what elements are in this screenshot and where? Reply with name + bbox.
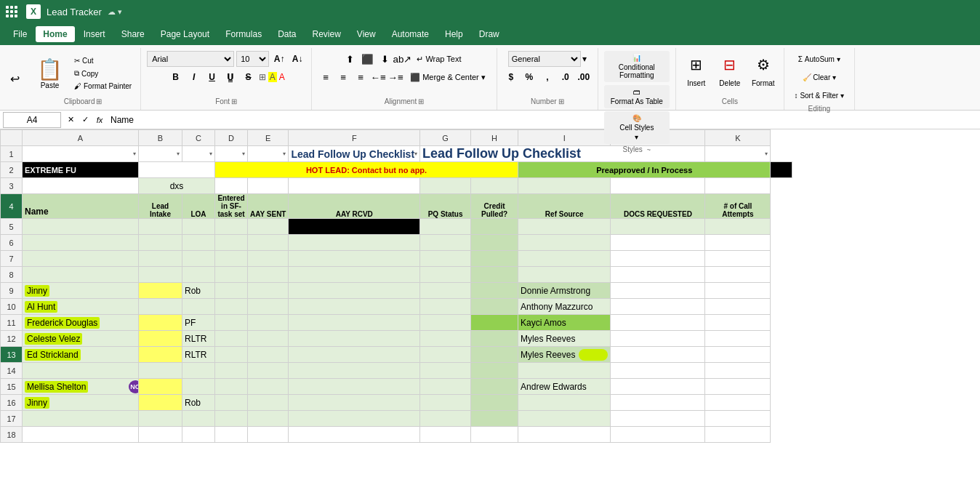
cell-J14[interactable] xyxy=(611,363,705,379)
bold-button[interactable]: B xyxy=(168,69,184,85)
cell-F3[interactable] xyxy=(289,178,420,194)
cell-G6[interactable] xyxy=(420,235,471,251)
cell-A9[interactable]: Jinny xyxy=(23,283,139,299)
cell-K2[interactable] xyxy=(771,162,792,178)
cell-A14[interactable] xyxy=(23,363,139,379)
cell-B9[interactable] xyxy=(139,283,182,299)
cell-F1[interactable]: Lead Follow Up Checklist ▾ xyxy=(289,146,420,162)
col-header-K[interactable]: K xyxy=(705,130,771,146)
cell-B8[interactable] xyxy=(139,267,182,283)
cell-J12[interactable] xyxy=(611,331,705,347)
cell-J9[interactable] xyxy=(611,283,705,299)
strikethrough-button[interactable]: S xyxy=(241,69,257,85)
cell-F9[interactable] xyxy=(289,283,420,299)
cell-E13[interactable] xyxy=(248,347,289,363)
cell-C17[interactable] xyxy=(182,411,215,427)
menu-share[interactable]: Share xyxy=(114,26,152,42)
cell-H7[interactable] xyxy=(471,251,518,267)
cell-K4[interactable]: # of Call Attempts xyxy=(705,194,771,219)
cell-H11[interactable] xyxy=(471,315,518,331)
cell-C9[interactable]: Rob xyxy=(182,283,215,299)
cell-G1-merged[interactable]: Lead Follow Up Checklist xyxy=(420,146,705,162)
cut-button[interactable]: ✂ Cut xyxy=(71,55,134,66)
alignment-expand-icon[interactable]: ⊞ xyxy=(418,97,424,105)
cell-A7[interactable] xyxy=(23,251,139,267)
cell-C7[interactable] xyxy=(182,251,215,267)
cell-J10[interactable] xyxy=(611,299,705,315)
cell-B18[interactable] xyxy=(139,427,182,443)
format-button[interactable]: Format xyxy=(749,75,778,91)
cell-C15[interactable] xyxy=(182,379,215,395)
cell-A10[interactable]: Al Hunt xyxy=(23,299,139,315)
cell-I10[interactable]: Anthony Mazzurco xyxy=(518,299,611,315)
format-as-table-button[interactable]: 🗃 Format As Table xyxy=(604,85,670,108)
cell-B1[interactable]: ▾ xyxy=(139,146,182,162)
increase-indent-button[interactable]: →≡ xyxy=(387,69,403,85)
cell-H18[interactable] xyxy=(471,427,518,443)
cell-F7[interactable] xyxy=(289,251,420,267)
cell-I5[interactable] xyxy=(518,219,611,235)
cell-D15[interactable] xyxy=(215,379,248,395)
cell-G11[interactable] xyxy=(420,315,471,331)
font-expand-icon[interactable]: ⊞ xyxy=(231,97,237,105)
cell-G3[interactable] xyxy=(420,178,471,194)
cell-K7[interactable] xyxy=(705,251,771,267)
cell-K1[interactable]: ▾ xyxy=(705,146,771,162)
cell-G9[interactable] xyxy=(420,283,471,299)
cell-H16[interactable] xyxy=(471,395,518,411)
cell-B7[interactable] xyxy=(139,251,182,267)
cell-C4[interactable]: LOA xyxy=(182,194,215,219)
cell-E11[interactable] xyxy=(248,315,289,331)
cell-H4[interactable]: Credit Pulled? xyxy=(471,194,518,219)
align-left-button[interactable]: ≡ xyxy=(318,69,334,85)
menu-insert[interactable]: Insert xyxy=(76,26,113,42)
cell-B3[interactable]: dxs xyxy=(139,178,215,194)
cell-E2-merged[interactable]: HOT LEAD: Contact but no app. xyxy=(215,162,518,178)
cell-A3[interactable] xyxy=(23,178,139,194)
cell-D9[interactable] xyxy=(215,283,248,299)
cell-E1[interactable]: ▾ xyxy=(248,146,289,162)
cell-G7[interactable] xyxy=(420,251,471,267)
cell-A1[interactable]: ▾ xyxy=(23,146,139,162)
name-box[interactable] xyxy=(3,112,61,128)
cell-H10[interactable] xyxy=(471,299,518,315)
cell-I8[interactable] xyxy=(518,267,611,283)
decrease-indent-button[interactable]: ←≡ xyxy=(370,69,386,85)
cell-F11[interactable] xyxy=(289,315,420,331)
cell-I3[interactable] xyxy=(518,178,611,194)
menu-formulas[interactable]: Formulas xyxy=(218,26,269,42)
cell-E18[interactable] xyxy=(248,427,289,443)
cell-G14[interactable] xyxy=(420,363,471,379)
cell-B2[interactable] xyxy=(139,162,215,178)
delete-button[interactable]: Delete xyxy=(715,75,744,91)
cell-E9[interactable] xyxy=(248,283,289,299)
cell-K17[interactable] xyxy=(705,411,771,427)
cell-C16[interactable]: Rob xyxy=(182,395,215,411)
menu-draw[interactable]: Draw xyxy=(472,26,507,42)
cell-A13[interactable]: Ed Strickland xyxy=(23,347,139,363)
col-header-H[interactable]: H xyxy=(471,130,518,146)
cell-C10[interactable] xyxy=(182,299,215,315)
cell-A8[interactable] xyxy=(23,267,139,283)
cell-D8[interactable] xyxy=(215,267,248,283)
undo-button[interactable]: ↩ xyxy=(7,69,23,89)
cell-H2-merged[interactable]: Preapproved / In Process xyxy=(518,162,771,178)
percent-button[interactable]: % xyxy=(521,69,537,85)
menu-file[interactable]: File xyxy=(6,26,34,42)
col-header-C[interactable]: C xyxy=(182,130,215,146)
menu-data[interactable]: Data xyxy=(270,26,303,42)
cell-J13[interactable] xyxy=(611,347,705,363)
cell-G8[interactable] xyxy=(420,267,471,283)
cell-E4[interactable]: AAY SENT xyxy=(248,194,289,219)
cell-C12[interactable]: RLTR xyxy=(182,331,215,347)
cell-D6[interactable] xyxy=(215,235,248,251)
cell-B11[interactable] xyxy=(139,315,182,331)
cell-A16[interactable]: Jinny xyxy=(23,395,139,411)
menu-review[interactable]: Review xyxy=(305,26,348,42)
cell-J15[interactable] xyxy=(611,379,705,395)
cell-A6[interactable] xyxy=(23,235,139,251)
decrease-font-button[interactable]: A↓ xyxy=(289,51,305,67)
cancel-formula-button[interactable]: ✕ xyxy=(64,113,77,127)
menu-page-layout[interactable]: Page Layout xyxy=(153,26,217,42)
cell-G13[interactable] xyxy=(420,347,471,363)
